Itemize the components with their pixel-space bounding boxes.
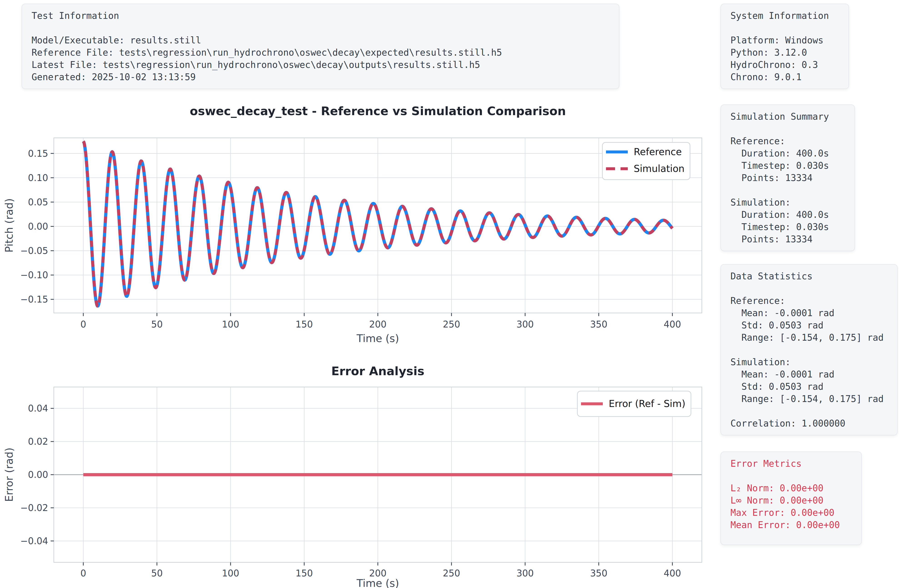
panel-line: Generated: 2025-10-02 13:13:59: [32, 71, 609, 83]
legend: Error (Ref - Sim): [578, 391, 691, 417]
x-tick-label: 150: [295, 568, 313, 579]
y-axis-label: Error (rad): [3, 448, 15, 502]
panel-line: Python: 3.12.0: [731, 46, 839, 59]
legend-label: Reference: [634, 146, 682, 157]
panel-line: Model/Executable: results.still: [32, 34, 609, 46]
x-tick-label: 250: [443, 319, 460, 330]
y-tick-label: 0.02: [28, 436, 48, 447]
x-tick-label: 250: [443, 568, 460, 579]
x-tick-label: 0: [80, 568, 86, 579]
y-tick-label: 0.05: [28, 197, 48, 207]
x-tick-label: 150: [295, 319, 313, 330]
error-analysis-chart: 0501001502002503003504000.040.020.00−0.0…: [0, 353, 899, 588]
y-axis-label: Pitch (rad): [3, 198, 15, 253]
y-tick-label: 0.00: [28, 221, 48, 231]
x-tick-label: 400: [664, 568, 681, 579]
panel-title: System Information: [731, 9, 839, 22]
y-tick-label: 0.04: [28, 403, 48, 414]
panel-system-information: System Information Platform: WindowsPyth…: [720, 4, 849, 89]
y-tick-label: −0.02: [20, 503, 48, 513]
x-tick-label: 400: [664, 319, 681, 330]
panel-test-information: Test Information Model/Executable: resul…: [22, 4, 619, 89]
legend: ReferenceSimulation: [602, 142, 690, 180]
chart-svg: 0501001502002503003504000.040.020.00−0.0…: [0, 353, 899, 588]
panel-line: HydroChrono: 0.3: [731, 59, 839, 71]
chart-svg: 0501001502002503003504000.150.100.050.00…: [0, 96, 899, 354]
panel-line: Latest File: tests\regression\run_hydroc…: [32, 59, 609, 71]
y-tick-label: −0.15: [20, 294, 48, 304]
y-tick-label: 0.10: [28, 173, 48, 183]
axis-ticks: 0501001502002503003504000.040.020.00−0.0…: [20, 403, 681, 579]
panel-body: Platform: WindowsPython: 3.12.0HydroChro…: [731, 34, 839, 83]
x-axis-label: Time (s): [356, 332, 399, 344]
panel-line: Chrono: 9.0.1: [731, 71, 839, 83]
x-tick-label: 100: [222, 319, 239, 330]
x-tick-label: 350: [590, 319, 607, 330]
x-tick-label: 350: [590, 568, 607, 579]
x-tick-label: 300: [516, 319, 534, 330]
x-tick-label: 50: [151, 568, 163, 579]
y-tick-label: −0.04: [20, 536, 48, 546]
x-tick-label: 300: [516, 568, 534, 579]
x-tick-label: 100: [222, 568, 239, 579]
panel-title: Test Information: [32, 9, 609, 22]
y-tick-label: 0.15: [28, 148, 48, 159]
y-tick-label: −0.10: [20, 270, 48, 280]
chart-title: Error Analysis: [331, 364, 424, 378]
x-tick-label: 50: [151, 319, 163, 330]
panel-body: Model/Executable: results.stillReference…: [32, 34, 609, 83]
panel-line: Reference File: tests\regression\run_hyd…: [32, 46, 609, 59]
x-axis-label: Time (s): [356, 577, 399, 588]
x-tick-label: 200: [369, 319, 386, 330]
x-tick-label: 0: [80, 319, 86, 330]
comparison-chart: 0501001502002503003504000.150.100.050.00…: [0, 96, 899, 354]
legend-label: Simulation: [634, 163, 684, 174]
legend-label: Error (Ref - Sim): [609, 398, 686, 409]
y-tick-label: 0.00: [28, 469, 48, 480]
regression-report-page: { "panels": { "test_info": { "title": "T…: [0, 0, 899, 588]
panel-line: Platform: Windows: [731, 34, 839, 46]
y-tick-label: −0.05: [20, 245, 48, 256]
chart-title: oswec_decay_test - Reference vs Simulati…: [190, 104, 566, 118]
